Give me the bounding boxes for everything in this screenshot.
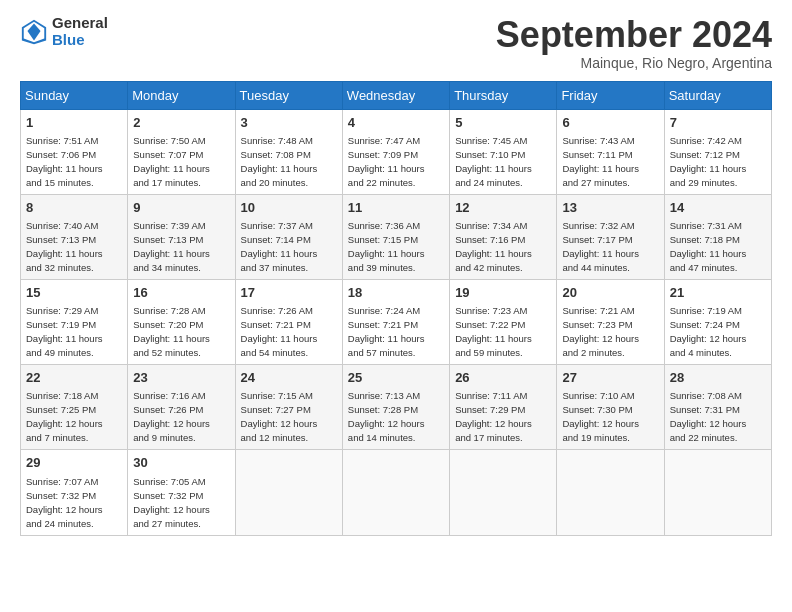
weekday-sunday: Sunday: [21, 81, 128, 109]
calendar-cell: 26Sunrise: 7:11 AM Sunset: 7:29 PM Dayli…: [450, 365, 557, 450]
day-number: 11: [348, 199, 444, 217]
day-number: 10: [241, 199, 337, 217]
weekday-header-row: SundayMondayTuesdayWednesdayThursdayFrid…: [21, 81, 772, 109]
day-number: 30: [133, 454, 229, 472]
day-number: 12: [455, 199, 551, 217]
calendar-cell: 21Sunrise: 7:19 AM Sunset: 7:24 PM Dayli…: [664, 279, 771, 364]
calendar-cell: 10Sunrise: 7:37 AM Sunset: 7:14 PM Dayli…: [235, 194, 342, 279]
calendar-cell: 2Sunrise: 7:50 AM Sunset: 7:07 PM Daylig…: [128, 109, 235, 194]
calendar-cell: 9Sunrise: 7:39 AM Sunset: 7:13 PM Daylig…: [128, 194, 235, 279]
calendar-cell: 25Sunrise: 7:13 AM Sunset: 7:28 PM Dayli…: [342, 365, 449, 450]
day-info: Sunrise: 7:08 AM Sunset: 7:31 PM Dayligh…: [670, 390, 747, 443]
calendar-cell: 13Sunrise: 7:32 AM Sunset: 7:17 PM Dayli…: [557, 194, 664, 279]
weekday-monday: Monday: [128, 81, 235, 109]
calendar-cell: 17Sunrise: 7:26 AM Sunset: 7:21 PM Dayli…: [235, 279, 342, 364]
day-number: 8: [26, 199, 122, 217]
logo: General Blue: [20, 15, 108, 48]
day-number: 2: [133, 114, 229, 132]
day-info: Sunrise: 7:39 AM Sunset: 7:13 PM Dayligh…: [133, 220, 210, 273]
calendar-cell: 15Sunrise: 7:29 AM Sunset: 7:19 PM Dayli…: [21, 279, 128, 364]
calendar-cell: 8Sunrise: 7:40 AM Sunset: 7:13 PM Daylig…: [21, 194, 128, 279]
day-info: Sunrise: 7:24 AM Sunset: 7:21 PM Dayligh…: [348, 305, 425, 358]
day-info: Sunrise: 7:21 AM Sunset: 7:23 PM Dayligh…: [562, 305, 639, 358]
calendar-cell: 28Sunrise: 7:08 AM Sunset: 7:31 PM Dayli…: [664, 365, 771, 450]
calendar-cell: 16Sunrise: 7:28 AM Sunset: 7:20 PM Dayli…: [128, 279, 235, 364]
day-number: 15: [26, 284, 122, 302]
week-row-3: 15Sunrise: 7:29 AM Sunset: 7:19 PM Dayli…: [21, 279, 772, 364]
day-number: 28: [670, 369, 766, 387]
day-info: Sunrise: 7:32 AM Sunset: 7:17 PM Dayligh…: [562, 220, 639, 273]
calendar-cell: [342, 450, 449, 535]
calendar-cell: [235, 450, 342, 535]
day-number: 6: [562, 114, 658, 132]
calendar-cell: [450, 450, 557, 535]
day-info: Sunrise: 7:29 AM Sunset: 7:19 PM Dayligh…: [26, 305, 103, 358]
weekday-wednesday: Wednesday: [342, 81, 449, 109]
week-row-4: 22Sunrise: 7:18 AM Sunset: 7:25 PM Dayli…: [21, 365, 772, 450]
calendar-cell: 23Sunrise: 7:16 AM Sunset: 7:26 PM Dayli…: [128, 365, 235, 450]
day-info: Sunrise: 7:34 AM Sunset: 7:16 PM Dayligh…: [455, 220, 532, 273]
logo-general: General: [52, 15, 108, 32]
day-number: 22: [26, 369, 122, 387]
day-number: 4: [348, 114, 444, 132]
day-number: 13: [562, 199, 658, 217]
day-number: 3: [241, 114, 337, 132]
weekday-tuesday: Tuesday: [235, 81, 342, 109]
day-info: Sunrise: 7:48 AM Sunset: 7:08 PM Dayligh…: [241, 135, 318, 188]
day-number: 14: [670, 199, 766, 217]
week-row-1: 1Sunrise: 7:51 AM Sunset: 7:06 PM Daylig…: [21, 109, 772, 194]
calendar-cell: 5Sunrise: 7:45 AM Sunset: 7:10 PM Daylig…: [450, 109, 557, 194]
day-info: Sunrise: 7:26 AM Sunset: 7:21 PM Dayligh…: [241, 305, 318, 358]
day-info: Sunrise: 7:10 AM Sunset: 7:30 PM Dayligh…: [562, 390, 639, 443]
day-info: Sunrise: 7:42 AM Sunset: 7:12 PM Dayligh…: [670, 135, 747, 188]
day-number: 24: [241, 369, 337, 387]
day-number: 27: [562, 369, 658, 387]
day-info: Sunrise: 7:31 AM Sunset: 7:18 PM Dayligh…: [670, 220, 747, 273]
calendar-cell: 11Sunrise: 7:36 AM Sunset: 7:15 PM Dayli…: [342, 194, 449, 279]
day-info: Sunrise: 7:16 AM Sunset: 7:26 PM Dayligh…: [133, 390, 210, 443]
calendar-cell: 22Sunrise: 7:18 AM Sunset: 7:25 PM Dayli…: [21, 365, 128, 450]
day-info: Sunrise: 7:45 AM Sunset: 7:10 PM Dayligh…: [455, 135, 532, 188]
day-info: Sunrise: 7:37 AM Sunset: 7:14 PM Dayligh…: [241, 220, 318, 273]
calendar-cell: [664, 450, 771, 535]
day-number: 9: [133, 199, 229, 217]
calendar-cell: 1Sunrise: 7:51 AM Sunset: 7:06 PM Daylig…: [21, 109, 128, 194]
day-number: 17: [241, 284, 337, 302]
day-info: Sunrise: 7:19 AM Sunset: 7:24 PM Dayligh…: [670, 305, 747, 358]
calendar-cell: 27Sunrise: 7:10 AM Sunset: 7:30 PM Dayli…: [557, 365, 664, 450]
day-info: Sunrise: 7:43 AM Sunset: 7:11 PM Dayligh…: [562, 135, 639, 188]
calendar-cell: 14Sunrise: 7:31 AM Sunset: 7:18 PM Dayli…: [664, 194, 771, 279]
calendar: SundayMondayTuesdayWednesdayThursdayFrid…: [20, 81, 772, 536]
day-info: Sunrise: 7:23 AM Sunset: 7:22 PM Dayligh…: [455, 305, 532, 358]
day-info: Sunrise: 7:47 AM Sunset: 7:09 PM Dayligh…: [348, 135, 425, 188]
day-info: Sunrise: 7:50 AM Sunset: 7:07 PM Dayligh…: [133, 135, 210, 188]
logo-blue: Blue: [52, 32, 108, 49]
day-info: Sunrise: 7:18 AM Sunset: 7:25 PM Dayligh…: [26, 390, 103, 443]
day-info: Sunrise: 7:40 AM Sunset: 7:13 PM Dayligh…: [26, 220, 103, 273]
calendar-cell: 20Sunrise: 7:21 AM Sunset: 7:23 PM Dayli…: [557, 279, 664, 364]
calendar-cell: 6Sunrise: 7:43 AM Sunset: 7:11 PM Daylig…: [557, 109, 664, 194]
calendar-cell: [557, 450, 664, 535]
weekday-friday: Friday: [557, 81, 664, 109]
day-number: 7: [670, 114, 766, 132]
day-number: 29: [26, 454, 122, 472]
calendar-cell: 18Sunrise: 7:24 AM Sunset: 7:21 PM Dayli…: [342, 279, 449, 364]
day-number: 23: [133, 369, 229, 387]
weekday-saturday: Saturday: [664, 81, 771, 109]
calendar-cell: 7Sunrise: 7:42 AM Sunset: 7:12 PM Daylig…: [664, 109, 771, 194]
day-info: Sunrise: 7:51 AM Sunset: 7:06 PM Dayligh…: [26, 135, 103, 188]
day-info: Sunrise: 7:36 AM Sunset: 7:15 PM Dayligh…: [348, 220, 425, 273]
day-number: 18: [348, 284, 444, 302]
calendar-cell: 4Sunrise: 7:47 AM Sunset: 7:09 PM Daylig…: [342, 109, 449, 194]
day-number: 1: [26, 114, 122, 132]
calendar-cell: 12Sunrise: 7:34 AM Sunset: 7:16 PM Dayli…: [450, 194, 557, 279]
day-info: Sunrise: 7:15 AM Sunset: 7:27 PM Dayligh…: [241, 390, 318, 443]
day-info: Sunrise: 7:28 AM Sunset: 7:20 PM Dayligh…: [133, 305, 210, 358]
week-row-5: 29Sunrise: 7:07 AM Sunset: 7:32 PM Dayli…: [21, 450, 772, 535]
calendar-cell: 3Sunrise: 7:48 AM Sunset: 7:08 PM Daylig…: [235, 109, 342, 194]
calendar-cell: 24Sunrise: 7:15 AM Sunset: 7:27 PM Dayli…: [235, 365, 342, 450]
day-number: 16: [133, 284, 229, 302]
location: Mainque, Rio Negro, Argentina: [496, 55, 772, 71]
page: General Blue September 2024 Mainque, Rio…: [0, 0, 792, 612]
day-number: 19: [455, 284, 551, 302]
